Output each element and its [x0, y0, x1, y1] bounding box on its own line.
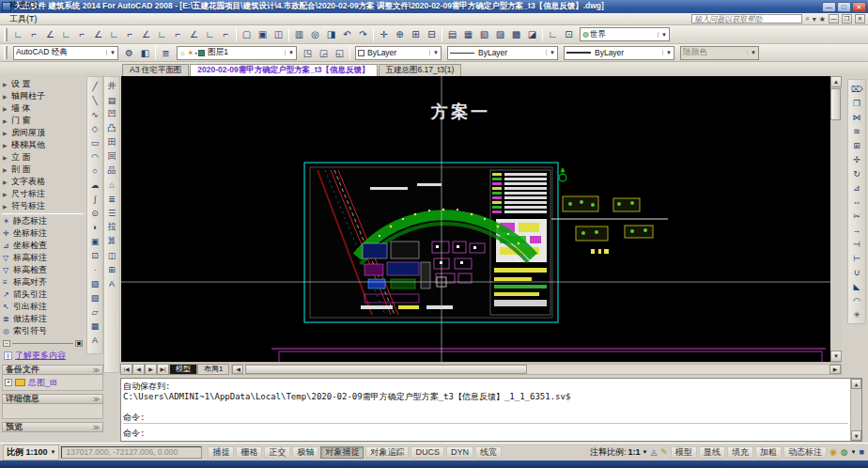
- learn-more-link[interactable]: i 了解更多内容: [4, 350, 82, 362]
- save-icon[interactable]: ◫: [271, 27, 287, 42]
- model-tab[interactable]: 模型: [169, 364, 197, 375]
- spline-icon[interactable]: ∫: [87, 192, 102, 206]
- tz-text-icon[interactable]: ☰: [104, 206, 119, 220]
- rotate-icon[interactable]: ↻: [849, 166, 864, 180]
- workspace-settings-icon[interactable]: ⚙: [121, 45, 137, 60]
- hatch-icon[interactable]: ▨: [87, 276, 102, 290]
- slider-minus-icon[interactable]: −: [3, 340, 10, 347]
- status-toggle[interactable]: 模型: [671, 446, 697, 459]
- scroll-up-icon[interactable]: ▲: [851, 379, 861, 389]
- tz-menu-group[interactable]: ▶ 楼梯其他: [0, 139, 85, 151]
- linetype-dropdown[interactable]: ByLayer▼: [447, 46, 558, 60]
- tz-wall-tool-icon[interactable]: ∠: [138, 27, 154, 42]
- scroll-down-icon[interactable]: ▼: [830, 351, 842, 362]
- search-dropdown-icon[interactable]: ▾: [813, 15, 816, 23]
- explode-icon[interactable]: ✳: [849, 307, 864, 321]
- polygon-icon[interactable]: ◇: [87, 121, 102, 135]
- rectangle-icon[interactable]: ▭: [87, 135, 102, 149]
- document-tab[interactable]: A3 住宅平面图: [122, 64, 189, 76]
- layer-properties-icon[interactable]: ≣: [158, 45, 174, 60]
- tz-menu-group[interactable]: ▶ 尺寸标注: [0, 188, 85, 200]
- coordinate-readout[interactable]: 137017.000, -72127.006, 0.000: [61, 446, 202, 459]
- make-block-icon[interactable]: ⊡: [87, 248, 102, 262]
- slider-plus-icon[interactable]: ▣: [75, 340, 83, 347]
- stretch-icon[interactable]: ⇔: [849, 195, 864, 209]
- tz-menu-command[interactable]: ◎ 索引符号: [0, 325, 85, 337]
- scroll-down-icon[interactable]: ▼: [851, 430, 861, 441]
- new-icon[interactable]: ▢: [239, 27, 255, 42]
- tz-elevation-icon[interactable]: ⌂: [104, 178, 119, 192]
- tz-menu-command[interactable]: ▽ 标高检查: [0, 264, 85, 276]
- command-scrollbar[interactable]: ▲ ▼: [850, 379, 861, 441]
- fillet-icon[interactable]: ◠: [849, 293, 864, 307]
- extend-icon[interactable]: →: [849, 223, 864, 237]
- favorites-star-icon[interactable]: ★: [819, 15, 826, 23]
- polyline-icon[interactable]: ∿: [87, 107, 102, 121]
- tz-wall-tool-icon[interactable]: ⌐: [26, 27, 42, 42]
- construction-line-icon[interactable]: ╲: [87, 93, 102, 107]
- annotation-visibility-icon[interactable]: ◬: [649, 447, 658, 457]
- tz-wall-tool-icon[interactable]: ∠: [186, 27, 202, 42]
- tz-sheet-icon[interactable]: ◫: [104, 248, 119, 262]
- tz-wall-tool-icon[interactable]: ⌐: [218, 27, 234, 42]
- tz-calc-icon[interactable]: 算: [104, 234, 119, 248]
- scale-icon[interactable]: ⊿: [849, 180, 864, 195]
- tz-stretch-icon[interactable]: 拉: [104, 220, 119, 234]
- tz-section-icon[interactable]: ≣: [104, 192, 119, 206]
- tz-wall-tool-icon[interactable]: ∟: [106, 27, 122, 42]
- doc-minimize-button[interactable]: —: [829, 14, 839, 23]
- tz-menu-group[interactable]: ▶ 立 面: [0, 151, 85, 164]
- status-toggle[interactable]: 动态标注: [783, 446, 827, 459]
- tz-roof-icon[interactable]: 回: [104, 149, 119, 164]
- designcenter-icon[interactable]: ▦: [460, 27, 476, 42]
- pan-icon[interactable]: ✛: [376, 27, 392, 42]
- tz-label-icon[interactable]: A: [104, 276, 119, 290]
- zoom-realtime-icon[interactable]: ⊕: [392, 27, 408, 42]
- doc-close-button[interactable]: ✕: [855, 14, 865, 23]
- zoom-window-icon[interactable]: ⊞: [408, 27, 424, 42]
- menu-item[interactable]: 格式(O): [4, 0, 46, 12]
- markup-icon[interactable]: ▩: [508, 27, 524, 42]
- prev-tab-icon[interactable]: ◀: [132, 364, 145, 375]
- tz-wall-icon[interactable]: ▤: [104, 93, 119, 107]
- toolpalettes-icon[interactable]: ▧: [476, 27, 492, 42]
- scrollbar-thumb[interactable]: [245, 365, 527, 374]
- tz-menu-command[interactable]: ↖ 引出标注: [0, 301, 85, 313]
- color-dropdown[interactable]: ByLayer▼: [355, 46, 442, 60]
- scroll-left-icon[interactable]: ◀: [232, 365, 243, 374]
- status-toggle[interactable]: 线宽: [475, 446, 502, 459]
- tz-wall-tool-icon[interactable]: ∟: [154, 27, 170, 42]
- tz-room-icon[interactable]: 田: [104, 135, 119, 149]
- mirror-icon[interactable]: ⋈: [849, 110, 864, 124]
- annotation-autoscale-icon[interactable]: ✎: [659, 447, 669, 457]
- calculator-icon[interactable]: ◪: [524, 27, 540, 42]
- status-toggle[interactable]: 显线: [699, 446, 725, 459]
- tz-window-icon[interactable]: 凸: [104, 121, 119, 135]
- help-search-input[interactable]: [691, 14, 802, 23]
- publish-icon[interactable]: ◨: [323, 27, 339, 42]
- erase-icon[interactable]: ⌦: [849, 82, 864, 96]
- next-tab-icon[interactable]: ▶: [145, 364, 157, 375]
- annotation-scale-value[interactable]: 1:1: [628, 447, 640, 457]
- tz-menu-group[interactable]: ▶ 文字表格: [0, 176, 85, 188]
- tz-menu-command[interactable]: ≣ 做法标注: [0, 313, 85, 325]
- toolbar-lock-icon[interactable]: ◉: [829, 447, 838, 457]
- status-toggle[interactable]: DYN: [446, 446, 473, 459]
- layer-states-icon[interactable]: ◱: [332, 45, 348, 60]
- chevron-down-icon[interactable]: ▼: [642, 449, 647, 455]
- line-icon[interactable]: ╱: [87, 79, 102, 93]
- plot-icon[interactable]: ▥: [291, 27, 307, 42]
- point-icon[interactable]: ∙: [87, 262, 102, 276]
- status-toggle[interactable]: 栅格: [236, 446, 262, 459]
- canvas-vertical-scrollbar[interactable]: ▲ ▼: [830, 76, 842, 362]
- make-current-icon[interactable]: ◳: [300, 45, 316, 60]
- canvas-horizontal-scrollbar[interactable]: ◀ ▶: [231, 364, 842, 375]
- tz-wall-tool-icon[interactable]: ⌐: [170, 27, 186, 42]
- table-icon[interactable]: ▦: [87, 319, 102, 333]
- break-icon[interactable]: ⊢: [849, 251, 864, 265]
- first-tab-icon[interactable]: |◀: [120, 364, 132, 375]
- ellipse-arc-icon[interactable]: ◗: [87, 220, 102, 234]
- menu-item[interactable]: 工具(T): [4, 12, 46, 26]
- redo-icon[interactable]: ↷: [355, 27, 371, 42]
- trim-icon[interactable]: ✂: [849, 209, 864, 223]
